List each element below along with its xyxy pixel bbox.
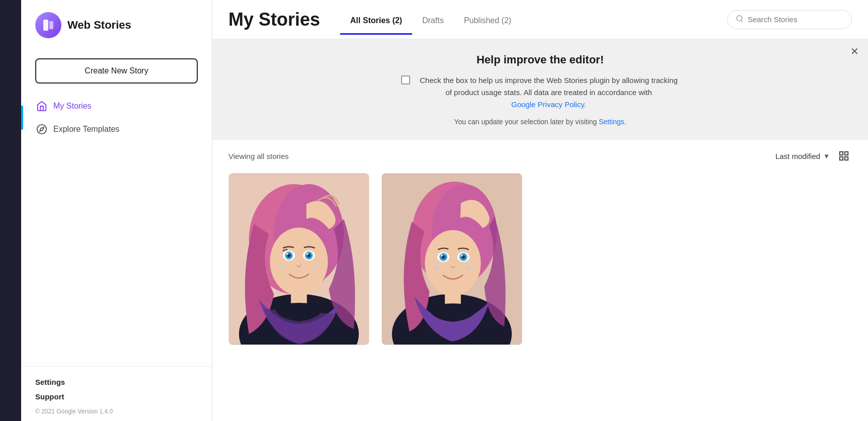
svg-rect-0	[43, 20, 48, 31]
sidebar-active-accent	[21, 106, 23, 130]
svg-line-5	[741, 20, 743, 22]
sort-area: Last modified ▼	[775, 149, 852, 163]
banner-period: .	[584, 100, 586, 109]
grid-view-button[interactable]	[836, 149, 852, 163]
banner-body-text: Check the box to help us improve the Web…	[420, 76, 678, 97]
story-illustration-1	[229, 174, 369, 345]
settings-link-banner[interactable]: Settings	[599, 118, 624, 126]
bottom-nav: Settings Support © 2021 Google Version 1…	[21, 366, 212, 421]
story-illustration-2	[382, 174, 522, 345]
home-icon	[36, 101, 47, 112]
settings-period: .	[624, 118, 626, 126]
content-area: ✕ Help improve the editor! Check the box…	[212, 39, 868, 421]
page-title: My Stories	[228, 9, 320, 30]
svg-point-14	[270, 227, 328, 295]
main-header: My Stories All Stories (2) Drafts Publis…	[212, 0, 868, 39]
close-banner-button[interactable]: ✕	[850, 46, 859, 56]
svg-point-26	[313, 265, 317, 268]
explore-templates-label: Explore Templates	[53, 125, 119, 134]
svg-rect-9	[845, 157, 848, 160]
svg-marker-3	[40, 127, 44, 131]
tabs-bar: All Stories (2) Drafts Published (2)	[340, 8, 707, 31]
version-text: © 2021 Google Version 1.4.0	[35, 408, 198, 415]
story-card[interactable]	[228, 173, 369, 345]
nav-section: My Stories Explore Templates	[21, 96, 212, 366]
story-thumbnail	[229, 174, 369, 345]
help-banner: ✕ Help improve the editor! Check the box…	[212, 39, 868, 140]
svg-rect-8	[840, 157, 843, 160]
svg-point-32	[425, 230, 481, 296]
story-thumbnail	[382, 174, 522, 345]
privacy-policy-link[interactable]: Google Privacy Policy	[511, 100, 584, 109]
svg-point-25	[281, 265, 285, 268]
stories-grid	[212, 169, 868, 361]
search-input[interactable]	[748, 15, 843, 24]
svg-point-2	[37, 125, 46, 134]
sort-dropdown[interactable]: Last modified ▼	[775, 152, 830, 160]
tracking-checkbox[interactable]	[401, 75, 410, 85]
svg-point-4	[737, 16, 742, 21]
svg-point-43	[435, 266, 439, 269]
sort-label: Last modified	[775, 152, 820, 160]
viewing-text: Viewing all stories	[228, 152, 289, 160]
grid-icon	[838, 150, 849, 161]
logo-icon	[35, 12, 61, 38]
svg-point-19	[286, 253, 288, 255]
search-box[interactable]	[727, 10, 852, 29]
tab-all-stories[interactable]: All Stories (2)	[340, 12, 412, 35]
tab-drafts[interactable]: Drafts	[412, 12, 454, 35]
logo-area: Web Stories	[21, 0, 212, 50]
banner-description: Check the box to help us improve the Web…	[418, 74, 680, 111]
compass-icon	[36, 124, 47, 135]
stories-toolbar: Viewing all stories Last modified ▼	[212, 140, 868, 169]
chevron-down-icon: ▼	[823, 152, 830, 160]
logo-svg	[41, 18, 55, 32]
svg-point-44	[467, 266, 471, 269]
create-btn-wrapper: Create New Story	[21, 50, 212, 96]
search-icon	[736, 15, 744, 25]
app-name: Web Stories	[67, 19, 131, 32]
banner-body: Check the box to help us improve the Web…	[232, 74, 848, 111]
svg-point-24	[306, 253, 308, 255]
svg-rect-7	[845, 152, 848, 155]
banner-title: Help improve the editor!	[232, 53, 848, 66]
tab-published[interactable]: Published (2)	[454, 12, 521, 35]
main-content: My Stories All Stories (2) Drafts Publis…	[212, 0, 868, 421]
svg-point-42	[461, 255, 463, 257]
sidebar-item-my-stories[interactable]: My Stories	[29, 96, 204, 117]
sidebar-item-explore-templates[interactable]: Explore Templates	[29, 119, 204, 140]
svg-rect-1	[49, 21, 53, 29]
support-link[interactable]: Support	[35, 389, 198, 404]
svg-rect-6	[840, 152, 843, 155]
banner-settings-line: You can update your selection later by v…	[232, 118, 848, 126]
dark-sidebar	[0, 0, 21, 421]
create-new-story-button[interactable]: Create New Story	[35, 58, 198, 83]
story-card[interactable]	[381, 173, 522, 345]
settings-link[interactable]: Settings	[35, 375, 198, 389]
settings-note-text: You can update your selection later by v…	[454, 118, 597, 126]
my-stories-label: My Stories	[53, 102, 92, 111]
svg-point-37	[441, 255, 443, 257]
left-panel: Web Stories Create New Story My Stories …	[21, 0, 212, 421]
